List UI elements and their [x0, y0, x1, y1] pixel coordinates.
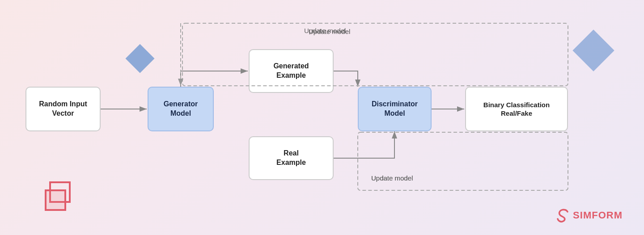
binary-classification-label: Binary ClassificationReal/Fake [483, 101, 550, 118]
red-cross-decoration [45, 181, 80, 217]
generator-model-box: GeneratorModel [148, 87, 214, 131]
simform-s-icon [556, 208, 570, 222]
real-example-label: RealExample [276, 149, 306, 168]
generated-example-box: GeneratedExample [249, 49, 334, 93]
binary-classification-box: Binary ClassificationReal/Fake [465, 87, 568, 131]
diagram-container: Random InputVector GeneratorModel Genera… [0, 0, 644, 235]
discriminator-model-box: DiscriminatorModel [358, 87, 432, 131]
generator-model-label: GeneratorModel [164, 100, 198, 118]
diamond-decoration-left [125, 44, 154, 73]
random-input-box: Random InputVector [25, 87, 101, 131]
update-model-bottom-text: Update model [371, 174, 413, 182]
random-input-label: Random InputVector [39, 100, 87, 118]
simform-logo: SIMFORM [556, 208, 623, 222]
real-example-box: RealExample [249, 136, 334, 180]
diamond-decoration-right [572, 29, 614, 71]
svg-rect-4 [182, 23, 568, 86]
generated-example-label: GeneratedExample [273, 62, 309, 80]
simform-text: SIMFORM [573, 210, 623, 221]
update-model-top-text: Update model [304, 27, 346, 34]
discriminator-model-label: DiscriminatorModel [372, 100, 418, 118]
